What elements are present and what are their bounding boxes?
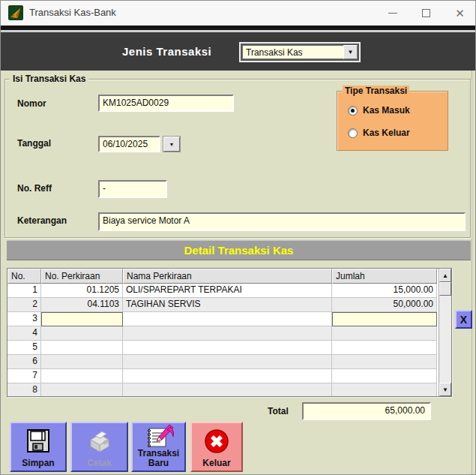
notebook-pencil-icon bbox=[142, 423, 175, 449]
simpan-label: Simpan bbox=[22, 458, 54, 468]
transaction-type-dropdown[interactable]: Transaksi Kas ▼ bbox=[239, 42, 361, 62]
cell-jumlah: 15,000.00 bbox=[332, 284, 437, 298]
scroll-up-icon: ▲ bbox=[442, 272, 448, 279]
simpan-button[interactable]: Simpan bbox=[10, 422, 67, 472]
table-row[interactable]: 7 bbox=[7, 369, 437, 383]
cell-no: 1 bbox=[7, 284, 41, 298]
title-bar: Transaksi Kas-Bank ✕ bbox=[1, 1, 476, 26]
kas-masuk-label: Kas Masuk bbox=[363, 105, 410, 116]
cell-nama-perkiraan bbox=[123, 383, 332, 397]
table-row-editing[interactable]: 3 bbox=[7, 312, 437, 326]
cell-jumlah bbox=[332, 355, 437, 369]
radio-kas-masuk[interactable]: Kas Masuk bbox=[348, 105, 410, 116]
edit-cell-jumlah[interactable] bbox=[332, 312, 437, 326]
keterangan-field[interactable]: Biaya service Motor A bbox=[98, 212, 466, 231]
transaksi-baru-button[interactable]: Transaksi Baru bbox=[131, 422, 186, 472]
cell-jumlah: 50,000.00 bbox=[332, 298, 437, 312]
detail-table: No. No. Perkiraan Nama Perkiraan Jumlah … bbox=[7, 268, 452, 397]
delete-row-button[interactable]: X bbox=[455, 310, 472, 329]
app-window: Transaksi Kas-Bank ✕ Jenis Transaksi Tra… bbox=[0, 0, 476, 475]
cell-no: 5 bbox=[7, 341, 41, 355]
col-header-jumlah: Jumlah bbox=[332, 269, 437, 284]
table-row[interactable]: 6 bbox=[7, 355, 437, 369]
detail-header-band: Detail Transaksi Kas bbox=[7, 240, 471, 260]
table-row[interactable]: 8 bbox=[7, 383, 437, 397]
transaction-type-value: Transaksi Kas bbox=[242, 45, 343, 59]
cell-no-perkiraan bbox=[41, 355, 123, 369]
cell-no-perkiraan bbox=[41, 341, 123, 355]
cell-jumlah bbox=[332, 369, 437, 383]
form-right-border bbox=[472, 71, 472, 475]
cell-nama-perkiraan bbox=[123, 369, 332, 383]
col-header-no-perkiraan: No. Perkiraan bbox=[41, 269, 123, 284]
cell-jumlah bbox=[332, 341, 437, 355]
radio-selected-icon bbox=[348, 106, 358, 116]
minimize-icon bbox=[388, 13, 397, 14]
col-header-nama-perkiraan: Nama Perkiraan bbox=[123, 269, 332, 284]
cetak-label: Cetak bbox=[87, 458, 112, 468]
transaksi-baru-label-line2: Baru bbox=[148, 458, 169, 468]
table-row[interactable]: 1 01.1205 OLI/SPAREPART TERPAKAI 15,000.… bbox=[7, 284, 437, 298]
cell-no-perkiraan: 04.1103 bbox=[41, 298, 123, 312]
kas-keluar-label: Kas Keluar bbox=[363, 128, 410, 138]
tanggal-field[interactable]: 06/10/2025 bbox=[98, 136, 160, 152]
cell-no-perkiraan bbox=[41, 326, 123, 341]
floppy-disk-icon bbox=[25, 423, 52, 458]
tanggal-dropdown-button[interactable]: ▼ bbox=[163, 137, 180, 152]
cell-no: 3 bbox=[7, 312, 41, 326]
scroll-up-button[interactable]: ▲ bbox=[439, 269, 451, 282]
maximize-icon bbox=[422, 9, 430, 17]
cell-jumlah bbox=[332, 383, 437, 397]
cell-nama-perkiraan bbox=[123, 312, 332, 326]
table-row[interactable]: 4 bbox=[7, 326, 437, 341]
chevron-down-icon: ▼ bbox=[169, 142, 175, 147]
detail-title: Detail Transaksi Kas bbox=[184, 244, 294, 257]
close-button[interactable]: ✕ bbox=[443, 1, 476, 26]
table-row[interactable]: 2 04.1103 TAGIHAN SERVIS 50,000.00 bbox=[7, 298, 437, 312]
edit-cell-no-perkiraan[interactable] bbox=[41, 312, 123, 326]
no-reff-label: No. Reff bbox=[17, 183, 52, 194]
cell-nama-perkiraan bbox=[123, 341, 332, 355]
printer-icon bbox=[85, 423, 114, 458]
scrollbar-thumb[interactable] bbox=[439, 282, 451, 296]
col-header-no: No. bbox=[7, 269, 41, 284]
keluar-label: Keluar bbox=[202, 458, 230, 468]
total-label: Total bbox=[268, 406, 289, 416]
cell-no: 7 bbox=[7, 369, 41, 383]
keterangan-label: Keterangan bbox=[17, 215, 67, 226]
radio-kas-keluar[interactable]: Kas Keluar bbox=[348, 128, 410, 138]
table-row[interactable]: 5 bbox=[7, 341, 437, 355]
radio-unselected-icon bbox=[348, 128, 358, 138]
cell-nama-perkiraan bbox=[123, 355, 332, 369]
close-icon: ✕ bbox=[455, 7, 465, 20]
cell-no-perkiraan bbox=[41, 369, 123, 383]
red-circle-x-icon bbox=[203, 423, 230, 458]
cell-no: 4 bbox=[7, 326, 41, 341]
cell-nama-perkiraan: TAGIHAN SERVIS bbox=[123, 298, 332, 312]
cetak-button-disabled: Cetak bbox=[70, 422, 128, 472]
window-title: Transaksi Kas-Bank bbox=[29, 7, 116, 18]
cell-nama-perkiraan: OLI/SPAREPART TERPAKAI bbox=[123, 284, 332, 298]
scroll-down-button[interactable]: ▼ bbox=[439, 383, 451, 396]
groupbox-title: Isi Transaksi Kas bbox=[10, 74, 88, 84]
tanggal-label: Tanggal bbox=[17, 138, 51, 149]
minimize-button[interactable] bbox=[376, 1, 409, 26]
nomor-label: Nomor bbox=[17, 98, 46, 109]
table-header-row: No. No. Perkiraan Nama Perkiraan Jumlah bbox=[7, 269, 437, 284]
tipe-transaksi-panel: Kas Masuk Kas Keluar bbox=[337, 91, 448, 151]
maximize-button[interactable] bbox=[409, 1, 443, 26]
cell-no-perkiraan: 01.1205 bbox=[41, 284, 123, 298]
chevron-down-icon[interactable]: ▼ bbox=[343, 45, 358, 59]
app-logo-icon bbox=[8, 5, 23, 20]
scroll-down-icon: ▼ bbox=[442, 386, 448, 393]
cell-no-perkiraan bbox=[41, 383, 123, 397]
cell-no: 8 bbox=[7, 383, 41, 397]
keluar-button[interactable]: Keluar bbox=[190, 422, 243, 472]
no-reff-field[interactable]: - bbox=[98, 180, 167, 198]
total-field: 65,000.00 bbox=[302, 402, 431, 420]
table-scrollbar[interactable]: ▲ ▼ bbox=[439, 269, 451, 396]
cell-jumlah bbox=[332, 326, 437, 341]
table-body: 1 01.1205 OLI/SPAREPART TERPAKAI 15,000.… bbox=[7, 284, 437, 397]
nomor-field[interactable]: KM1025AD0029 bbox=[98, 95, 234, 112]
tipe-transaksi-title: Tipe Transaksi bbox=[343, 86, 409, 96]
